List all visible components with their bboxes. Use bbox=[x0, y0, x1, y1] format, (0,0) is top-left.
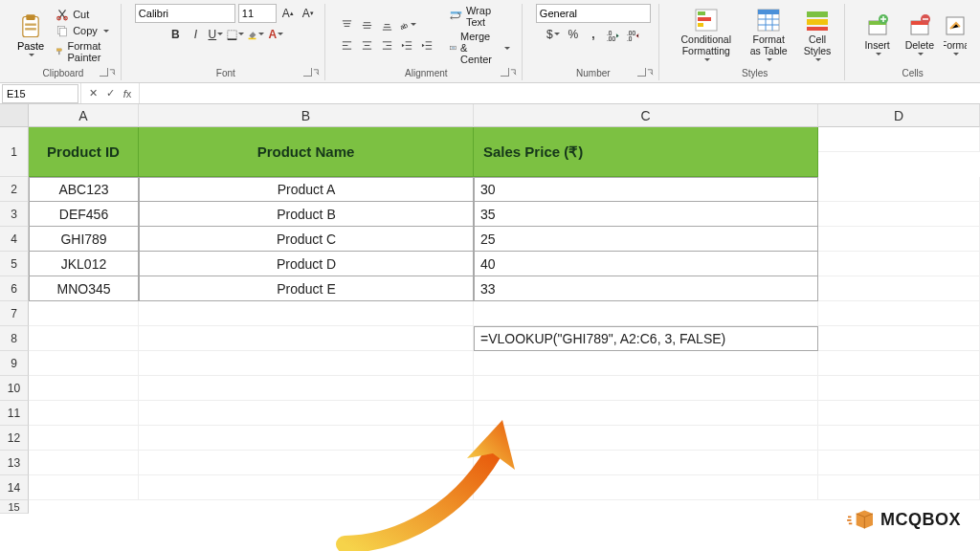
increase-decimal-button[interactable]: .0.00 bbox=[605, 26, 622, 43]
clipboard-launcher[interactable] bbox=[100, 68, 117, 78]
align-left-button[interactable] bbox=[339, 36, 356, 54]
accounting-format-button[interactable]: $ bbox=[545, 26, 562, 43]
increase-indent-button[interactable] bbox=[419, 36, 436, 54]
italic-button[interactable]: I bbox=[187, 26, 204, 43]
cell[interactable] bbox=[29, 451, 139, 475]
row-header[interactable]: 8 bbox=[0, 326, 29, 351]
cell-b3[interactable]: Product B bbox=[139, 202, 474, 227]
cell[interactable] bbox=[139, 426, 474, 451]
cell-d2[interactable] bbox=[818, 177, 980, 202]
cell-c3[interactable]: 35 bbox=[474, 202, 818, 227]
row-header[interactable]: 7 bbox=[0, 301, 29, 326]
row-header[interactable]: 11 bbox=[0, 401, 29, 426]
align-center-button[interactable] bbox=[359, 36, 376, 54]
formula-input[interactable] bbox=[139, 83, 980, 103]
fx-icon[interactable]: fx bbox=[120, 88, 135, 99]
cut-button[interactable]: Cut bbox=[52, 7, 113, 22]
row-header[interactable]: 13 bbox=[0, 451, 29, 475]
row-header[interactable]: 3 bbox=[0, 202, 29, 227]
cell-b7[interactable] bbox=[139, 301, 474, 326]
row-header[interactable]: 6 bbox=[0, 276, 29, 301]
format-as-table-button[interactable]: Format as Table bbox=[744, 6, 794, 64]
percent-format-button[interactable]: % bbox=[565, 26, 582, 43]
cell[interactable] bbox=[818, 451, 980, 475]
wrap-text-button[interactable]: Wrap Text bbox=[446, 4, 514, 29]
worksheet[interactable]: A B C D 1 Product ID Product Name Sales … bbox=[0, 104, 980, 514]
align-top-button[interactable] bbox=[339, 16, 356, 33]
comma-format-button[interactable]: , bbox=[585, 26, 602, 43]
cell[interactable] bbox=[29, 401, 139, 426]
underline-button[interactable]: U bbox=[207, 26, 224, 43]
cell-d4[interactable] bbox=[818, 227, 980, 252]
cell-d6[interactable] bbox=[818, 276, 980, 301]
row-header[interactable]: 14 bbox=[0, 475, 29, 500]
cell[interactable] bbox=[474, 401, 818, 426]
cell[interactable] bbox=[29, 426, 139, 451]
cell-b1[interactable]: Product Name bbox=[139, 127, 474, 177]
cell-d7[interactable] bbox=[818, 301, 980, 326]
column-header-d[interactable]: D bbox=[818, 104, 980, 127]
row-header[interactable]: 1 bbox=[0, 127, 29, 177]
cell[interactable] bbox=[139, 401, 474, 426]
cell[interactable] bbox=[29, 475, 139, 500]
orientation-button[interactable]: ab bbox=[399, 16, 416, 33]
delete-cells-button[interactable]: Delete bbox=[900, 11, 940, 59]
cell-a3[interactable]: DEF456 bbox=[29, 202, 139, 227]
cell-a8[interactable] bbox=[29, 326, 139, 351]
cell-c6[interactable]: 33 bbox=[474, 276, 818, 301]
borders-button[interactable] bbox=[227, 26, 244, 43]
column-header-b[interactable]: B bbox=[139, 104, 474, 127]
cell-c8[interactable]: =VLOOKUP("GHI789", A2:C6, 3, FALSE) bbox=[474, 326, 818, 351]
cell-styles-button[interactable]: Cell Styles bbox=[798, 6, 837, 64]
cell-c7[interactable] bbox=[474, 301, 818, 326]
decrease-decimal-button[interactable]: .00.0 bbox=[625, 26, 642, 43]
row-header[interactable]: 12 bbox=[0, 426, 29, 451]
row-header[interactable]: 2 bbox=[0, 177, 29, 202]
cancel-formula-icon[interactable]: ✕ bbox=[85, 87, 100, 99]
format-painter-button[interactable]: Format Painter bbox=[52, 39, 113, 64]
paste-button[interactable]: Paste bbox=[13, 11, 48, 59]
cell-b5[interactable]: Product D bbox=[139, 252, 474, 276]
cell-a5[interactable]: JKL012 bbox=[29, 252, 139, 276]
format-cells-button[interactable]: Forma bbox=[944, 11, 967, 59]
cell[interactable] bbox=[474, 376, 818, 401]
cell-b8[interactable] bbox=[139, 326, 474, 351]
copy-button[interactable]: Copy bbox=[52, 23, 113, 38]
cell-b6[interactable]: Product E bbox=[139, 276, 474, 301]
cell[interactable] bbox=[818, 401, 980, 426]
cell-a1[interactable]: Product ID bbox=[29, 127, 139, 177]
row-header[interactable]: 5 bbox=[0, 252, 29, 276]
decrease-indent-button[interactable] bbox=[399, 36, 416, 54]
font-launcher[interactable] bbox=[303, 68, 321, 78]
cell[interactable] bbox=[818, 351, 980, 376]
cell[interactable] bbox=[139, 451, 474, 475]
bold-button[interactable]: B bbox=[167, 26, 184, 43]
cell[interactable] bbox=[29, 376, 139, 401]
align-middle-button[interactable] bbox=[359, 16, 376, 33]
increase-font-button[interactable]: A▴ bbox=[279, 5, 297, 22]
cell-c5[interactable]: 40 bbox=[474, 252, 818, 276]
cell[interactable] bbox=[474, 351, 818, 376]
cell-a7[interactable] bbox=[29, 301, 139, 326]
merge-center-button[interactable]: Merge & Center bbox=[446, 30, 514, 66]
font-size-select[interactable] bbox=[238, 4, 277, 23]
number-launcher[interactable] bbox=[637, 68, 655, 78]
cell[interactable] bbox=[474, 451, 818, 475]
cell[interactable] bbox=[474, 475, 818, 500]
align-right-button[interactable] bbox=[379, 36, 396, 54]
row-header[interactable]: 4 bbox=[0, 227, 29, 252]
insert-cells-button[interactable]: Insert bbox=[858, 11, 895, 59]
cell-d3[interactable] bbox=[818, 202, 980, 227]
font-color-button[interactable]: A bbox=[267, 26, 284, 43]
cell[interactable] bbox=[474, 426, 818, 451]
column-header-c[interactable]: C bbox=[474, 104, 818, 127]
font-name-select[interactable] bbox=[135, 4, 235, 23]
row-header[interactable]: 15 bbox=[0, 500, 29, 514]
cell-d1[interactable] bbox=[818, 127, 980, 152]
decrease-font-button[interactable]: A▾ bbox=[300, 5, 317, 22]
cell-a2[interactable]: ABC123 bbox=[29, 177, 139, 202]
cell-b4[interactable]: Product C bbox=[139, 227, 474, 252]
align-bottom-button[interactable] bbox=[379, 16, 396, 33]
cell-c2[interactable]: 30 bbox=[474, 177, 818, 202]
row-header[interactable]: 9 bbox=[0, 351, 29, 376]
